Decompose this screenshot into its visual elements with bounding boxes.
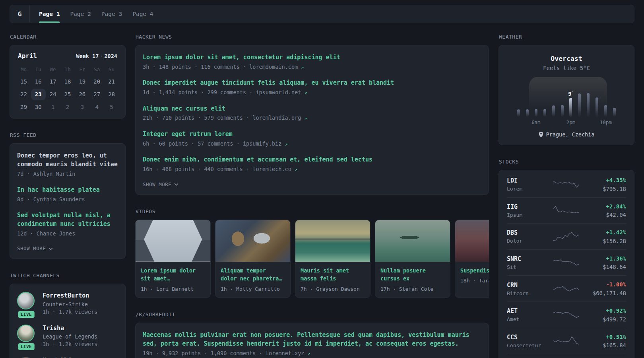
weather-location: Prague, Czechia <box>507 131 626 138</box>
stock-identity: SNRCSit <box>507 255 549 270</box>
twitch-avatar-wrap: LIVE <box>17 292 35 315</box>
video-card[interactable]: Suspendisse diam18h · Tara <box>455 220 489 298</box>
top-navigation: G Page 1Page 2Page 3Page 4 <box>10 5 634 23</box>
video-card[interactable]: Aliquam tempor dolor nec pharetra…1h · M… <box>215 220 291 298</box>
twitch-channel-category: League of Legends <box>43 333 97 340</box>
hackernews-item-title[interactable]: Aliquam nec cursus elit <box>143 105 481 113</box>
stock-identity: CRNBitcorn <box>507 281 549 296</box>
weather-time-label: 2pm <box>566 119 576 125</box>
chevron-down-icon <box>48 247 53 250</box>
hackernews-item-stats: 6h · 60 points · 57 comments · <box>143 140 243 147</box>
rss-item-title[interactable]: Sed volutpat nulla nisl, a condimentum n… <box>17 211 118 229</box>
hackernews-item-meta: 16h · 468 points · 440 comments · loremt… <box>143 165 481 173</box>
video-meta: 1h · Lori Barnett <box>141 286 205 292</box>
stock-identity: AETAmet <box>507 307 549 322</box>
hackernews-item-title[interactable]: Donec enim nibh, condimentum et accumsan… <box>143 156 481 164</box>
section-title-weather: WEATHER <box>499 34 634 40</box>
weather-bar <box>561 105 564 117</box>
rss-item-title[interactable]: Donec tempor eros leo, ut commodo mauris… <box>17 152 118 169</box>
app-logo[interactable]: G <box>10 5 30 23</box>
video-card[interactable]: Lorem ipsum dolor sit amet consectetu…1h… <box>135 220 211 298</box>
hackernews-item-domain[interactable]: ipsumify.biz <box>243 140 285 147</box>
weather-bar <box>604 105 607 117</box>
weather-bar <box>587 93 590 117</box>
twitch-channel-info: ForrestBurtonCounter-Strike1h · 1.7k vie… <box>43 292 97 315</box>
hackernews-item-title[interactable]: Donec imperdiet augue tincidunt felis al… <box>143 79 481 88</box>
subreddit-post-domain[interactable]: loremnet.xyz <box>266 350 308 356</box>
video-card-body: Suspendisse diam18h · Tara <box>455 262 489 290</box>
calendar-header: April Week 17·2024 <box>18 52 117 60</box>
tab-page-1[interactable]: Page 1 <box>34 5 65 23</box>
calendar-week-info: Week 17·2024 <box>76 53 117 59</box>
middle-column: HACKER NEWS Lorem ipsum dolor sit amet, … <box>135 34 489 358</box>
tab-page-2[interactable]: Page 2 <box>65 5 96 23</box>
stocks-card: LDILorem+4.35%$795.18IIGIpsum+2.84%$42.0… <box>499 170 634 358</box>
stock-list: LDILorem+4.35%$795.18IIGIpsum+2.84%$42.0… <box>507 171 626 358</box>
stock-name: Bitcorn <box>507 290 549 296</box>
hackernews-item-stats: 16h · 468 points · 440 comments · <box>143 166 252 172</box>
calendar-weekday-label: Mo <box>16 64 31 75</box>
stock-row[interactable]: CRNBitcorn-1.00%$66,171.48 <box>507 275 626 302</box>
video-meta: 18h · Tara <box>460 278 489 284</box>
stock-row[interactable]: IIGIpsum+2.84%$42.04 <box>507 197 626 224</box>
weather-bar <box>552 105 555 117</box>
stock-row[interactable]: LDILorem+4.35%$795.18 <box>507 171 626 197</box>
video-card[interactable]: Mauris sit amet massa felis7h · Grayson … <box>295 220 370 298</box>
weather-time-label: 6am <box>531 119 541 125</box>
video-thumbnail-camera <box>215 220 290 262</box>
hackernews-widget: HACKER NEWS Lorem ipsum dolor sit amet, … <box>135 34 489 195</box>
stock-row[interactable]: SNRCSit+1.36%$148.64 <box>507 249 626 276</box>
video-title[interactable]: Mauris sit amet massa felis <box>301 267 365 283</box>
video-title[interactable]: Nullam posuere cursus ex <box>380 267 445 283</box>
calendar-year: 2024 <box>104 53 117 59</box>
hackernews-item-meta: 21h · 710 points · 579 comments · loreml… <box>143 114 481 122</box>
calendar-day-selected: 23 <box>31 89 46 100</box>
hackernews-item-domain[interactable]: loremtech.co <box>252 166 295 172</box>
hackernews-item-domain[interactable]: ipsumworld.net <box>256 89 304 95</box>
dashboard-page: G Page 1Page 2Page 3Page 4 CALENDAR Apri… <box>0 0 644 358</box>
weather-location-label: Prague, Czechia <box>546 131 595 138</box>
twitch-channel-row[interactable]: LIVEForrestBurtonCounter-Strike1h · 1.7k… <box>17 292 118 315</box>
weather-bar <box>517 109 520 117</box>
calendar-day: 26 <box>75 89 89 100</box>
weather-bar <box>578 93 581 117</box>
tab-page-4[interactable]: Page 4 <box>127 5 158 23</box>
rss-list: Donec tempor eros leo, ut commodo mauris… <box>17 152 118 237</box>
calendar-day: 15 <box>16 76 31 88</box>
video-card[interactable]: Nullam posuere cursus ex17h · Stefan Col… <box>375 220 450 298</box>
hackernews-item-title[interactable]: Integer eget rutrum lorem <box>143 130 481 139</box>
rss-show-more-button[interactable]: SHOW MORE <box>17 245 118 251</box>
weather-bar <box>526 109 529 117</box>
hackernews-show-more-label: SHOW MORE <box>143 181 171 187</box>
weather-bar-current: 9° <box>569 98 572 117</box>
page-tabs: Page 1Page 2Page 3Page 4 <box>34 5 159 23</box>
calendar-weekday-label: Tu <box>31 64 46 75</box>
video-title[interactable]: Lorem ipsum dolor sit amet consectetu… <box>141 267 205 283</box>
tab-page-3[interactable]: Page 3 <box>96 5 127 23</box>
weather-bar <box>543 109 546 117</box>
stock-change: +0.51% <box>585 333 626 341</box>
hackernews-show-more-button[interactable]: SHOW MORE <box>143 181 481 187</box>
video-title[interactable]: Suspendisse diam <box>460 267 489 275</box>
hackernews-item-domain[interactable]: loremdomain.com <box>249 64 301 70</box>
hackernews-item-meta: 1d · 1,414 points · 299 comments · ipsum… <box>143 89 481 97</box>
video-title[interactable]: Aliquam tempor dolor nec pharetra… <box>221 267 285 283</box>
calendar-day: 28 <box>104 89 119 100</box>
hackernews-item-domain[interactable]: loremlandia.org <box>252 115 304 121</box>
stock-price: $499.72 <box>585 316 626 323</box>
weather-bar <box>535 109 537 117</box>
subreddit-post-title[interactable]: Maecenas mollis pulvinar erat non posuer… <box>143 331 481 348</box>
live-badge: LIVE <box>17 310 35 319</box>
hackernews-item-meta: 6h · 60 points · 57 comments · ipsumify.… <box>143 140 481 148</box>
twitch-channel-row[interactable]: LIVETrishaLeague of Legends3h · 1.2k vie… <box>17 325 118 348</box>
stock-row[interactable]: CCSConsectetur+0.51%$165.84 <box>507 328 626 354</box>
stock-sparkline <box>553 282 579 295</box>
rss-item-title[interactable]: In hac habitasse platea <box>17 186 118 195</box>
stock-row[interactable]: AHS+0.46% <box>507 354 626 358</box>
calendar-day: 19 <box>75 76 89 88</box>
hackernews-item-stats: 3h · 148 points · 116 comments · <box>143 64 249 70</box>
calendar-day: 18 <box>60 76 75 88</box>
stock-row[interactable]: DBSDolor+1.42%$156.28 <box>507 223 626 249</box>
hackernews-item-title[interactable]: Lorem ipsum dolor sit amet, consectetur … <box>143 53 481 62</box>
stock-row[interactable]: AETAmet+0.92%$499.72 <box>507 302 626 328</box>
